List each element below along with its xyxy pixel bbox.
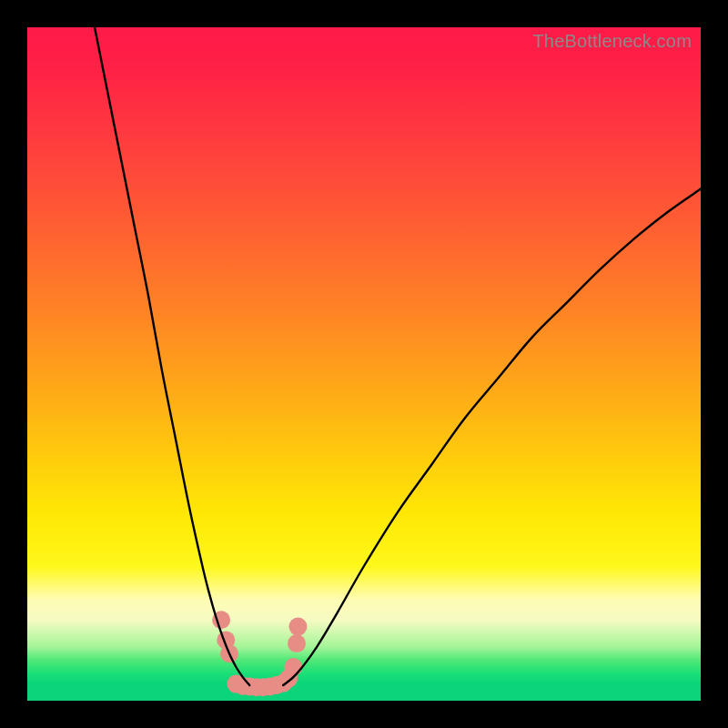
chart-frame: TheBottleneck.com (0, 0, 728, 728)
marker-band (212, 611, 307, 696)
plot-area: TheBottleneck.com (27, 27, 701, 701)
right-curve (283, 189, 701, 685)
fit-marker (288, 634, 306, 652)
fit-marker (288, 618, 307, 636)
fit-marker (284, 658, 302, 676)
chart-svg (27, 27, 701, 701)
left-curve (95, 27, 249, 685)
